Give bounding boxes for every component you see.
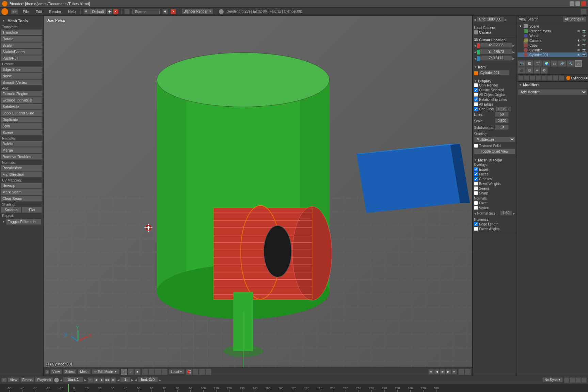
sync-select[interactable]: No Sync ▼ — [542, 377, 563, 382]
proportional-mode-icon[interactable] — [205, 369, 211, 375]
smooth-vertex-button[interactable]: Smooth Vertex — [1, 79, 43, 85]
toggle-quad-view-btn[interactable]: Toggle Quad View — [474, 148, 515, 154]
timeline-frame-btn[interactable]: Frame — [20, 377, 34, 382]
prop-icon-texture[interactable]: ⬡ — [526, 67, 533, 74]
scene-tree-world[interactable]: World 👁 — [518, 33, 587, 38]
clear-seam-button[interactable]: Clear Seam — [1, 195, 43, 202]
timeline-ruler[interactable]: -50 -40 -30 -20 -10 0 10 20 30 40 50 60 … — [0, 384, 588, 392]
timeline-playback-btn[interactable]: Playback — [35, 377, 53, 382]
prop-sub-icon7[interactable] — [553, 75, 558, 81]
edges-checkbox[interactable] — [474, 167, 478, 171]
prop-icon-object[interactable]: ◻ — [551, 60, 558, 67]
end-frame-field[interactable]: End: 250 — [138, 377, 158, 382]
cylinder-render-icon[interactable]: 📷 — [582, 48, 586, 52]
lines-value[interactable]: 50 — [495, 112, 509, 117]
cylinder001-render-icon[interactable]: 📷 — [582, 53, 586, 57]
menu-file[interactable]: File — [21, 9, 31, 14]
cylinder001-eye-icon[interactable]: 👁 — [577, 53, 581, 57]
world-eye-icon[interactable]: 👁 — [583, 34, 586, 38]
vertex-select-mode[interactable]: • — [121, 369, 127, 375]
prop-sub-icon5[interactable] — [541, 75, 547, 81]
search-btn-outliner[interactable]: Search — [528, 17, 539, 21]
sharp-checkbox[interactable] — [474, 191, 478, 195]
scene-tree-cylinder[interactable]: Cylinder 👁 📷 — [518, 48, 587, 52]
prop-icon-scene[interactable]: 🎬 — [534, 60, 542, 67]
relationship-lines-checkbox[interactable] — [474, 97, 478, 101]
scale-button[interactable]: Scale — [1, 42, 43, 48]
tl-next[interactable]: ▶▶ — [105, 377, 110, 383]
edit-mode-select[interactable]: ✏ Edit Mode ▼ — [92, 369, 120, 374]
menu-render[interactable]: Render — [47, 9, 63, 14]
viewport-select-btn[interactable]: Select — [63, 369, 77, 374]
merge-button[interactable]: Merge — [1, 147, 43, 153]
viewport-mesh-btn[interactable]: Mesh — [78, 369, 90, 374]
scene-input[interactable] — [132, 9, 160, 14]
edge-slide-button[interactable]: Edge Slide — [1, 66, 43, 73]
tl-prev[interactable]: ◀ — [93, 377, 99, 383]
prop-icon-material[interactable]: ⚫ — [518, 67, 526, 74]
tl-icon3[interactable] — [575, 377, 581, 383]
menu-edit[interactable]: Edit — [34, 9, 44, 14]
remove-doubles-button[interactable]: Remove Doubles — [1, 154, 43, 160]
view-btn-outliner[interactable]: View — [519, 17, 526, 21]
tl-play[interactable]: ▶ — [99, 377, 105, 383]
renderlayers-eye-icon[interactable]: 👁 — [577, 29, 581, 33]
textured-solid-checkbox[interactable] — [474, 144, 478, 148]
transform-icon3[interactable] — [155, 369, 161, 375]
delete-screen-icon[interactable]: ✕ — [113, 9, 118, 14]
prop-sub-icon1[interactable] — [518, 75, 524, 81]
scene-tree-cylinder001[interactable]: Cylinder.001 👁 📷 — [518, 52, 587, 57]
camera-eye-icon[interactable]: 👁 — [577, 39, 581, 43]
creases-checkbox[interactable] — [474, 177, 478, 181]
scene-tree-scene[interactable]: ▼ Scene — [518, 24, 587, 29]
cursor-y[interactable]: Y: -4.6673 — [480, 49, 512, 54]
subdivisions-value[interactable]: 10 — [495, 125, 509, 130]
unwrap-button[interactable]: Unwrap — [1, 183, 43, 189]
prop-icon-constraints[interactable]: 🔗 — [558, 60, 566, 67]
screw-button[interactable]: Screw — [1, 129, 43, 136]
outline-selected-checkbox[interactable] — [474, 88, 478, 92]
delete-button[interactable]: Delete — [1, 141, 43, 147]
prop-icon-modifiers[interactable]: 🔧 — [567, 60, 575, 67]
grid-z-btn[interactable]: Z — [506, 107, 511, 111]
start-field[interactable]: Start: 1 — [63, 377, 83, 382]
transform-icon1[interactable] — [142, 369, 148, 375]
prop-sub-icon4[interactable] — [536, 75, 541, 81]
item-name-field[interactable] — [479, 70, 510, 75]
tl-icon1[interactable] — [564, 377, 569, 383]
snap-mode-icon[interactable] — [192, 369, 198, 375]
cube-eye-icon[interactable]: 👁 — [577, 44, 581, 47]
spin-button[interactable]: Spin — [1, 123, 43, 129]
add-modifier-select[interactable]: Add Modifier — [518, 89, 587, 95]
prop-sub-icon3[interactable] — [530, 75, 535, 81]
shading-mode-select[interactable]: Multitexture — [474, 137, 515, 142]
prop-icon-data[interactable]: △ — [575, 60, 582, 67]
prop-icon-physics[interactable]: ⚙ — [541, 67, 548, 74]
next-frame-btn[interactable]: ▶ — [446, 369, 451, 375]
timeline-view-btn[interactable]: View — [8, 377, 19, 382]
extrude-individual-button[interactable]: Extrude Individual — [1, 97, 43, 103]
faces-angles-checkbox[interactable] — [474, 227, 478, 231]
proportional-edit-icon[interactable] — [199, 369, 205, 375]
shrink-fatten-button[interactable]: Shrink/Fatten — [1, 49, 43, 55]
extrude-region-button[interactable]: Extrude Region — [1, 91, 43, 97]
all-object-origins-checkbox[interactable] — [474, 93, 478, 97]
add-screen-icon[interactable]: ✚ — [107, 9, 112, 14]
scene-tree-camera[interactable]: Camera 👁 📷 — [518, 38, 587, 43]
jump-start-btn[interactable]: ⏮ — [428, 369, 434, 375]
render-icon2[interactable] — [465, 369, 471, 375]
transform-icon4[interactable] — [161, 369, 168, 375]
render-icon[interactable] — [458, 369, 464, 375]
vertex-normals-checkbox[interactable] — [474, 206, 478, 210]
grid-y-btn[interactable]: Y — [501, 107, 506, 111]
prop-sub-icon8[interactable] — [559, 75, 564, 81]
end-field[interactable]: End: 1000.000 — [477, 17, 504, 22]
tl-icon2[interactable] — [570, 377, 575, 383]
normal-size-value[interactable]: 1.60 — [500, 210, 512, 216]
edge-length-checkbox[interactable] — [474, 222, 478, 226]
toggle-editmode-button[interactable]: Toggle Editmode — [6, 219, 41, 225]
flip-direction-button[interactable]: Flip Direction — [1, 171, 43, 177]
info-icon[interactable] — [581, 9, 587, 15]
only-render-checkbox[interactable] — [474, 83, 478, 87]
current-frame-field[interactable]: 1 — [120, 377, 130, 382]
